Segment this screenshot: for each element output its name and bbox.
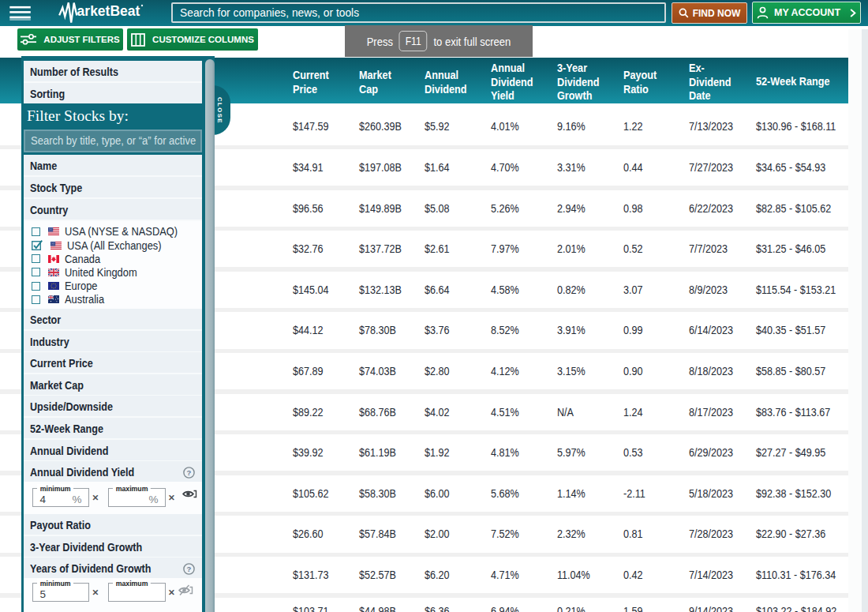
svg-text:?: ? <box>186 468 191 477</box>
svg-text:?: ? <box>186 565 191 573</box>
svg-text:arketBeat: arketBeat <box>77 3 140 19</box>
